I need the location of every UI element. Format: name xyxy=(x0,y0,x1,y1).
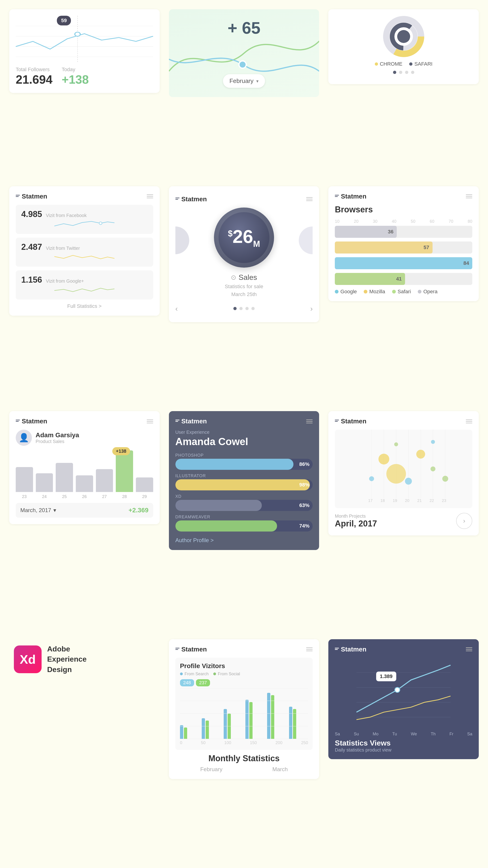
x-sa: Sa xyxy=(335,732,340,737)
month-projects-title: Statmen xyxy=(335,417,366,425)
month-projects-menu[interactable] xyxy=(466,420,472,423)
date-selector[interactable]: March, 2017 ▾ +2.369 xyxy=(16,503,153,518)
sales-dot-4[interactable] xyxy=(251,307,255,310)
svg-point-5 xyxy=(75,32,81,36)
legend-safari: Safari xyxy=(392,289,411,294)
facebook-num: 4.985 xyxy=(21,209,42,219)
followers-line-chart xyxy=(16,16,153,62)
x-27: 27 xyxy=(96,494,113,499)
profile-header: Statmen xyxy=(175,646,313,653)
dot-3[interactable] xyxy=(405,71,408,74)
search-dot xyxy=(180,673,183,675)
bar-group-chart xyxy=(180,688,308,739)
month-mar: March xyxy=(272,766,288,773)
tooltip-237: 237 xyxy=(196,679,210,686)
bar-27 xyxy=(96,469,113,492)
xd-fill xyxy=(175,500,262,511)
person-row: 👤 Adam Garsiya Product Sales xyxy=(16,430,153,446)
stats-views-header: Statmen xyxy=(335,646,472,653)
xd-skill: XD 63% xyxy=(175,494,313,511)
sales-date: March 25th xyxy=(175,291,313,298)
bar-x-labels: 23 24 25 26 27 28 29 xyxy=(16,494,153,499)
prev-arrow[interactable]: ‹ xyxy=(175,304,178,313)
svg-point-35 xyxy=(443,476,449,482)
chrome-label: CHROME xyxy=(380,61,402,67)
sales-menu-icon[interactable] xyxy=(306,197,313,201)
x-29: 29 xyxy=(136,494,153,499)
svg-point-31 xyxy=(405,478,412,485)
bar-g2-blue xyxy=(202,718,205,739)
dot-4[interactable] xyxy=(411,71,414,74)
google-num: 1.156 xyxy=(21,275,42,284)
x-28: 28 xyxy=(116,494,133,499)
chevron-down-icon: ▾ xyxy=(53,507,56,514)
donut-chart xyxy=(380,16,427,57)
profile-chart-area: Profile Vizitors From Search From Social… xyxy=(175,658,313,750)
sales-dot-1[interactable] xyxy=(233,307,237,310)
profile-title-text: Statmen xyxy=(181,646,207,653)
month-feb: February xyxy=(200,766,222,773)
sv-title: Statistics Views xyxy=(335,739,472,747)
legend-mozilla: Mozilla xyxy=(364,289,385,294)
dot-2[interactable] xyxy=(399,71,402,74)
x-su: Su xyxy=(354,732,359,737)
menu-icon[interactable] xyxy=(147,194,153,198)
google-name: Google xyxy=(340,289,357,294)
dot-1[interactable] xyxy=(393,71,396,74)
bubble-chart-svg: 17 18 19 20 21 22 23 xyxy=(335,430,472,508)
amanda-menu-icon[interactable] xyxy=(306,420,313,423)
adam-menu-icon[interactable] xyxy=(147,420,153,423)
author-profile-link[interactable]: Author Profile > xyxy=(175,537,313,544)
person-role: Product Sales xyxy=(36,439,79,444)
bar-bg-36: 36 xyxy=(335,226,472,238)
tooltip-248: 248 xyxy=(180,679,194,686)
bar-g5-blue xyxy=(267,693,270,739)
x-26: 26 xyxy=(76,494,93,499)
left-half-circle xyxy=(175,226,189,254)
next-arrow[interactable]: › xyxy=(310,304,313,313)
sales-dot-2[interactable] xyxy=(239,307,243,310)
browsers-menu-icon[interactable] xyxy=(466,194,472,198)
facebook-stat: 4.985 Vizit from Facebook xyxy=(16,205,153,234)
sales-label: Sales xyxy=(239,273,257,282)
profile-chart-title: Profile Vizitors xyxy=(180,662,308,670)
chrome-legend: CHROME xyxy=(375,61,402,67)
svg-text:17: 17 xyxy=(368,498,373,503)
month-projects-bottom: Month Projects April, 2017 › xyxy=(335,513,472,529)
sales-big-circle: $26M xyxy=(214,208,274,268)
bar-g5 xyxy=(267,693,286,739)
svg-point-33 xyxy=(431,466,435,471)
xd-text: Xd xyxy=(20,652,36,666)
bar-g5-green xyxy=(271,695,274,739)
bar-g4 xyxy=(245,700,264,739)
user-exp-label: User Experience xyxy=(175,430,313,435)
x-fr: Fr xyxy=(450,732,453,737)
opera-dot xyxy=(418,290,422,293)
google-sparkline xyxy=(21,285,148,294)
xd-pct: 63% xyxy=(299,502,309,508)
facebook-label: Vizit from Facebook xyxy=(46,213,87,218)
svg-point-28 xyxy=(378,454,389,465)
illustrator-label: ILLUSTRATOR xyxy=(175,473,313,478)
stats-views-menu[interactable] xyxy=(466,647,472,651)
statmen-icon xyxy=(16,195,20,198)
svg-text:20: 20 xyxy=(405,498,409,503)
circle-nav-button[interactable]: › xyxy=(456,513,472,529)
svg-point-34 xyxy=(431,440,435,444)
photoshop-bar: 86% xyxy=(175,459,313,470)
sales-dot-3[interactable] xyxy=(245,307,249,310)
opera-name: Opera xyxy=(423,289,437,294)
amanda-title-text: Statmen xyxy=(181,417,207,425)
feb-dropdown[interactable]: February ▾ xyxy=(223,74,265,88)
full-stats-link[interactable]: Full Statistics > xyxy=(16,303,153,309)
sales-dots xyxy=(233,307,255,310)
svg-point-27 xyxy=(369,476,374,481)
x-23: 23 xyxy=(16,494,33,499)
amanda-icon xyxy=(175,420,180,423)
bar-bg-84: 84 xyxy=(335,257,472,269)
profile-menu-icon[interactable] xyxy=(306,647,313,651)
safari-legend-dot xyxy=(392,290,396,293)
illustrator-bar: 98% xyxy=(175,479,313,490)
bar-g1-blue xyxy=(180,725,183,739)
legend-social: From Social xyxy=(213,672,240,676)
